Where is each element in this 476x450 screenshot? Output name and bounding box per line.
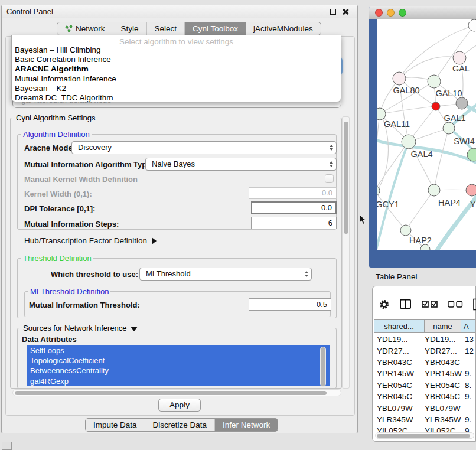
network-node[interactable]: [432, 102, 440, 110]
table-cell: YDL19...: [374, 335, 425, 344]
table-row[interactable]: YPR145WYPR145W9.: [374, 368, 475, 379]
column-header-a[interactable]: A: [461, 320, 475, 332]
table-row[interactable]: YBL079WYBL079W: [374, 402, 475, 413]
window-zoom-light[interactable]: [399, 9, 406, 17]
aracne-mode-combobox[interactable]: Discovery: [71, 141, 337, 154]
network-node[interactable]: [468, 19, 476, 31]
network-node[interactable]: [400, 225, 411, 236]
sources-title-text: Sources for Network Inference: [23, 324, 127, 332]
table-cell: YDR27...: [425, 347, 462, 356]
network-node[interactable]: [420, 244, 430, 250]
network-node[interactable]: [466, 184, 476, 196]
hub-definition-expander[interactable]: Hub/Transcription Factor Definition: [24, 236, 157, 245]
scrollbar-thumb[interactable]: [321, 347, 325, 386]
column-header-name[interactable]: name: [425, 320, 461, 332]
tab-discretize-data[interactable]: Discretize Data: [145, 419, 216, 431]
table-cell: 9.: [462, 369, 475, 378]
column-header-shared[interactable]: shared...: [374, 320, 425, 332]
network-node[interactable]: [456, 97, 468, 109]
algorithm-option[interactable]: Bayesian – K2: [12, 84, 341, 93]
network-node[interactable]: [428, 184, 440, 196]
control-panel-window: Control Panel NetworkStyleSelectCyni Too…: [1, 5, 358, 433]
table-cell: 9.: [462, 415, 475, 424]
algorithm-option[interactable]: Bayesian – Hill Climbing: [12, 45, 341, 55]
tab-select[interactable]: Select: [147, 22, 185, 35]
network-node[interactable]: [402, 135, 416, 149]
kernel-width-label: Kernel Width (0,1):: [24, 190, 92, 198]
tab-label: Network: [76, 24, 105, 33]
algorithm-option[interactable]: Basic Correlation Inference: [12, 55, 341, 64]
network-edge: [377, 114, 380, 191]
sources-group-title[interactable]: Sources for Network Inference: [21, 324, 139, 332]
table-cell: YBR043C: [374, 358, 425, 367]
hide-columns-icon[interactable]: [448, 301, 463, 308]
network-node[interactable]: [443, 122, 455, 134]
table-row[interactable]: YBR045CYBR045C9.: [374, 391, 475, 402]
node-label: HAP2: [409, 236, 432, 245]
manual-kernel-checkbox[interactable]: [325, 174, 334, 183]
network-canvas[interactable]: GALGAL80GAL10GAL1GAL11SWI4GAL4GCY1HAP4YH…: [377, 19, 476, 250]
table-row[interactable]: YDR27...YDR27...12: [374, 345, 475, 356]
attribute-list-scrollbar[interactable]: [320, 347, 326, 387]
table-row[interactable]: YIL052CYIL052C9: [374, 425, 475, 432]
collapsed-panel-icon[interactable]: [2, 442, 12, 450]
mi-threshold-field[interactable]: 0.5: [249, 298, 331, 311]
float-icon[interactable]: [330, 9, 336, 15]
tab-infer-network[interactable]: Infer Network: [215, 419, 278, 431]
network-node[interactable]: [453, 51, 466, 64]
window-close-light[interactable]: [375, 9, 383, 17]
network-window-titlebar[interactable]: [369, 6, 476, 19]
settings-vertical-scrollbar[interactable]: [342, 116, 350, 389]
algorithm-option[interactable]: ARACNE Algorithm: [12, 64, 341, 74]
close-icon[interactable]: [342, 8, 349, 15]
mi-steps-label: Mutual Information Steps:: [24, 220, 119, 229]
function-icon[interactable]: [473, 298, 476, 311]
table-horizontal-scrollbar[interactable]: [375, 432, 474, 439]
table-row[interactable]: YBR043CYBR043C: [374, 357, 475, 368]
scrollbar-thumb[interactable]: [344, 122, 348, 234]
tab-style[interactable]: Style: [113, 22, 147, 35]
threshold-combobox[interactable]: MI Threshold: [139, 268, 312, 281]
dpi-tolerance-field[interactable]: 0.0: [251, 201, 337, 214]
node-label: GAL11: [384, 119, 410, 129]
collapse-down-icon: [131, 327, 138, 331]
mi-steps-field[interactable]: 6: [251, 217, 337, 229]
tab-cyni-toolbox[interactable]: Cyni Toolbox: [185, 22, 246, 35]
tab-network[interactable]: Network: [57, 22, 113, 35]
attribute-item[interactable]: SelfLoops: [27, 345, 330, 356]
tab-impute-data[interactable]: Impute Data: [86, 419, 145, 431]
table-cell: YBR043C: [425, 358, 462, 367]
table-row[interactable]: YDL19...YDL19...13: [374, 334, 475, 345]
algorithm-option[interactable]: Dream8 DC_TDC Algorithm: [12, 93, 341, 103]
mi-type-combobox[interactable]: Naive Bayes: [145, 158, 337, 171]
scrollbar-thumb[interactable]: [377, 434, 470, 438]
table-row[interactable]: YLR345WYLR345W9.: [374, 414, 475, 425]
attribute-item[interactable]: gal4RGexp: [27, 376, 330, 386]
dropdown-placeholder: Select algorithm to view settings: [12, 35, 341, 45]
hub-definition-label: Hub/Transcription Factor Definition: [24, 236, 147, 245]
table-row[interactable]: YER054CYER054C8.: [374, 380, 475, 391]
network-node[interactable]: [393, 72, 406, 85]
gear-icon[interactable]: [379, 299, 390, 310]
apply-button[interactable]: Apply: [158, 399, 201, 412]
algorithm-option[interactable]: Mutual Information Inference: [12, 74, 341, 84]
combo-spinner-icon: [302, 269, 310, 279]
node-label: HAP4: [438, 198, 461, 207]
combo-spinner-icon: [327, 159, 335, 169]
scrollbar-thumb[interactable]: [15, 391, 327, 395]
network-node[interactable]: [428, 75, 441, 88]
window-minimize-light[interactable]: [387, 9, 395, 17]
node-label: GCY1: [377, 200, 399, 209]
attribute-item[interactable]: TopologicalCoefficient: [27, 356, 330, 366]
tab-label: Impute Data: [93, 420, 137, 429]
settings-horizontal-scrollbar[interactable]: [12, 389, 341, 396]
table-toolbar: [379, 297, 473, 311]
show-checked-columns-icon[interactable]: [422, 300, 438, 308]
tab-jactivemnodules[interactable]: jActiveMNodules: [246, 22, 321, 35]
kernel-width-field[interactable]: 0.0: [249, 187, 337, 199]
network-node[interactable]: [377, 108, 386, 120]
column-view-icon[interactable]: [400, 299, 412, 309]
bottom-tab-bar: Impute DataDiscretize DataInfer Network: [85, 418, 278, 432]
table-cell: YER054C: [425, 381, 462, 390]
attribute-item[interactable]: BetweennessCentrality: [27, 366, 330, 376]
